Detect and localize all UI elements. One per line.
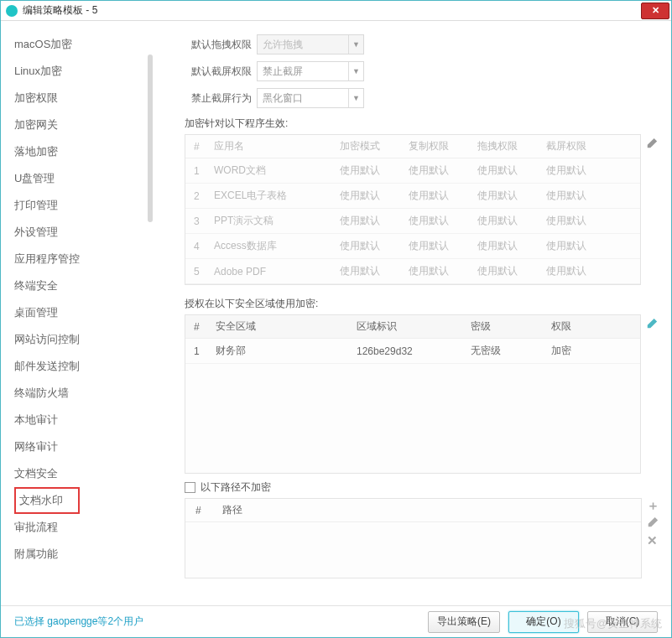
table-row[interactable]: 3PPT演示文稿使用默认使用默认使用默认使用默认 [185, 209, 640, 234]
sidebar-item-landing[interactable]: 落地加密 [14, 138, 154, 165]
apps-title: 加密针对以下程序生效: [185, 117, 659, 131]
paths-table: #路径 [185, 498, 642, 578]
sidebar-item-web[interactable]: 网站访问控制 [14, 326, 154, 353]
drag-label: 默认拖拽权限 [185, 38, 252, 52]
table-row[interactable]: 1财务部126be29d32无密级加密 [185, 339, 640, 364]
sidebar-item-firewall[interactable]: 终端防火墙 [14, 380, 154, 407]
behavior-label: 禁止截屏行为 [185, 91, 252, 106]
delete-path-icon[interactable]: ✕ [647, 535, 659, 547]
sidebar-item-endpoint[interactable]: 终端安全 [14, 272, 154, 299]
sidebar-item-local-audit[interactable]: 本地审计 [14, 407, 154, 433]
title-bar: 编辑策略模板 - 5 ✕ [1, 1, 671, 21]
sidebar-item-usb[interactable]: U盘管理 [14, 165, 154, 192]
sidebar-item-desktop[interactable]: 桌面管理 [14, 299, 154, 326]
close-button[interactable]: ✕ [641, 3, 669, 19]
capture-select[interactable]: 禁止截屏▼ [257, 61, 364, 81]
drag-select[interactable]: 允许拖拽▼ [257, 34, 364, 54]
window-title: 编辑策略模板 - 5 [23, 3, 641, 18]
sidebar-item-watermark[interactable]: 文档水印 [14, 487, 80, 514]
sidebar-item-gateway[interactable]: 加密网关 [14, 112, 154, 138]
export-button[interactable]: 导出策略(E) [428, 611, 500, 633]
sidebar: macOS加密 Linux加密 加密权限 加密网关 落地加密 U盘管理 打印管理… [1, 21, 154, 605]
app-logo-icon [6, 5, 18, 17]
exclude-paths-label: 以下路径不加密 [201, 480, 271, 495]
zones-title: 授权在以下安全区域使用加密: [185, 297, 659, 311]
sidebar-item-mail[interactable]: 邮件发送控制 [14, 353, 154, 380]
table-row[interactable]: 1WORD文档使用默认使用默认使用默认使用默认 [185, 158, 640, 184]
sidebar-item-approval[interactable]: 审批流程 [14, 514, 154, 541]
apps-table: #应用名加密模式复制权限拖拽权限截屏权限 1WORD文档使用默认使用默认使用默认… [185, 134, 641, 285]
chevron-down-icon: ▼ [348, 89, 363, 107]
table-row[interactable]: 4Access数据库使用默认使用默认使用默认使用默认 [185, 234, 640, 259]
apps-header: #应用名加密模式复制权限拖拽权限截屏权限 [185, 135, 640, 158]
chevron-down-icon: ▼ [348, 35, 363, 54]
sidebar-item-encrypt-perm[interactable]: 加密权限 [14, 85, 154, 112]
edit-zones-icon[interactable] [646, 318, 659, 331]
behavior-select[interactable]: 黑化窗口▼ [257, 88, 364, 108]
sidebar-item-net-audit[interactable]: 网络审计 [14, 433, 154, 460]
add-path-icon[interactable]: ＋ [647, 500, 659, 511]
edit-path-icon[interactable] [647, 516, 659, 530]
paths-header: #路径 [185, 499, 641, 522]
table-row[interactable]: 2EXCEL电子表格使用默认使用默认使用默认使用默认 [185, 184, 640, 209]
zones-table: #安全区域区域标识密级权限 1财务部126be29d32无密级加密 [185, 314, 641, 474]
edit-apps-icon[interactable] [646, 137, 659, 151]
footer: 已选择 gaopengge等2个用户 导出策略(E) 确定(O) 取消(C) [1, 605, 671, 637]
sidebar-item-macos[interactable]: macOS加密 [14, 31, 154, 58]
ok-button[interactable]: 确定(O) [508, 611, 579, 633]
sidebar-item-appctrl[interactable]: 应用程序管控 [14, 246, 154, 272]
sidebar-item-linux[interactable]: Linux加密 [14, 58, 154, 85]
status-text: 已选择 gaopengge等2个用户 [14, 615, 419, 629]
content-pane: 默认拖拽权限 允许拖拽▼ 默认截屏权限 禁止截屏▼ 禁止截屏行为 黑化窗口▼ 加… [154, 21, 671, 605]
sidebar-item-doc-security[interactable]: 文档安全 [14, 460, 154, 487]
capture-label: 默认截屏权限 [185, 65, 252, 79]
sidebar-item-print[interactable]: 打印管理 [14, 192, 154, 219]
chevron-down-icon: ▼ [348, 62, 363, 80]
exclude-paths-checkbox[interactable] [185, 482, 195, 493]
zones-header: #安全区域区域标识密级权限 [185, 315, 640, 339]
cancel-button[interactable]: 取消(C) [587, 611, 658, 633]
sidebar-item-peripheral[interactable]: 外设管理 [14, 219, 154, 246]
table-row[interactable]: 5Adobe PDF使用默认使用默认使用默认使用默认 [185, 259, 640, 284]
sidebar-item-misc[interactable]: 附属功能 [14, 541, 154, 568]
